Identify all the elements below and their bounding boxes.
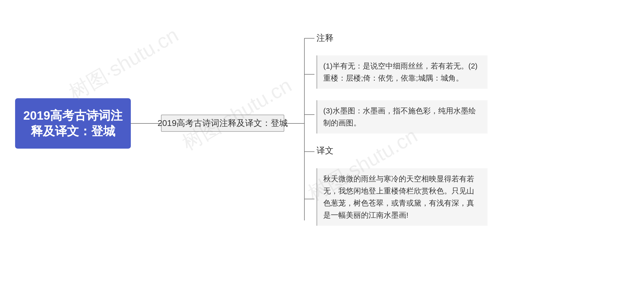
branch-zhushi-label: 注释 (316, 32, 334, 44)
branch-zhushi-content2: (3)水墨图：水墨画，指不施色彩，纯用水墨绘 制的画图。 (316, 100, 488, 134)
watermark-text-1: 树图·shutu.cn (64, 22, 183, 106)
root-label: 2019高考古诗词注释及译文：登城 (20, 108, 126, 139)
branch-zhushi-content1: (1)半有无：是说空中细雨丝丝，若有若无。(2) 重楼：层楼;倚：依凭，依靠;城… (316, 55, 488, 89)
branch-yiwen-content: 秋天微微的雨丝与寒冷的天空相映显得若有若 无，我悠闲地登上重楼倚栏欣赏秋色。只见… (316, 168, 488, 226)
mind-map: 2019高考古诗词注释及译文：登城 2019高考古诗词注释及译文：登城 注释 (… (0, 0, 644, 297)
middle-label: 2019高考古诗词注释及译文：登城 (157, 117, 288, 129)
middle-node: 2019高考古诗词注释及译文：登城 (161, 115, 284, 132)
watermark-text-2: 树图·shutu.cn (177, 72, 297, 157)
branch-yiwen-label: 译文 (316, 145, 334, 156)
root-node: 2019高考古诗词注释及译文：登城 (15, 98, 131, 149)
